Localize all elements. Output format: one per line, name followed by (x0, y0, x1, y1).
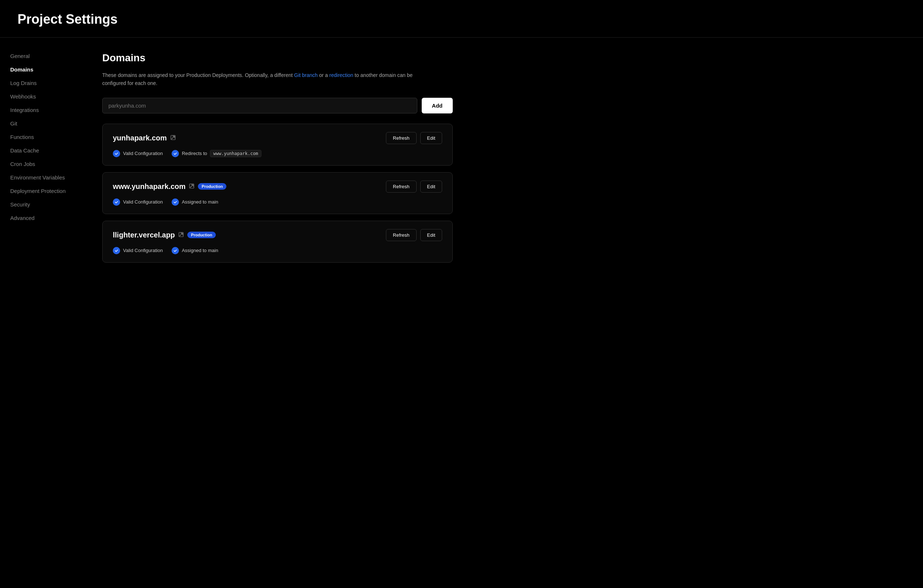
redirection-link[interactable]: redirection (329, 72, 353, 78)
status-label-1-1: Valid Configuration (123, 151, 163, 156)
external-link-icon[interactable] (189, 183, 194, 190)
edit-button-3[interactable]: Edit (420, 229, 442, 241)
domains-section-title: Domains (102, 52, 901, 64)
check-icon (113, 150, 120, 157)
edit-button-1[interactable]: Edit (420, 132, 442, 144)
status-item-2-1: Valid Configuration (113, 198, 163, 206)
domain-cards-container: yunhapark.comRefreshEditValid Configurat… (102, 124, 901, 263)
status-label-2-1: Valid Configuration (123, 199, 163, 205)
check-icon (172, 247, 179, 254)
refresh-button-2[interactable]: Refresh (386, 180, 417, 193)
domain-card-1: yunhapark.comRefreshEditValid Configurat… (102, 124, 453, 165)
domain-name-2: www.yunhapark.com (113, 182, 186, 191)
status-item-2-2: Assigned to main (172, 198, 218, 206)
domain-name-row-1: yunhapark.com (113, 134, 176, 142)
git-branch-link[interactable]: Git branch (294, 72, 318, 78)
sidebar-item-integrations[interactable]: Integrations (9, 103, 72, 117)
redirect-code-1: www.yunhapark.com (210, 150, 261, 157)
domain-card-3: llighter.vercel.appProductionRefreshEdit… (102, 221, 453, 263)
domain-input[interactable] (102, 98, 417, 113)
card-actions-3: RefreshEdit (386, 229, 442, 241)
domain-card-header-2: www.yunhapark.comProductionRefreshEdit (113, 180, 442, 193)
sidebar-item-deployment-protection[interactable]: Deployment Protection (9, 184, 72, 198)
domain-status-row-1: Valid ConfigurationRedirects towww.yunha… (113, 150, 442, 157)
domain-card-2: www.yunhapark.comProductionRefreshEditVa… (102, 172, 453, 214)
external-link-icon[interactable] (179, 232, 184, 238)
sidebar-item-webhooks[interactable]: Webhooks (9, 90, 72, 103)
layout: GeneralDomainsLog DrainsWebhooksIntegrat… (0, 38, 923, 587)
sidebar-item-git[interactable]: Git (9, 117, 72, 130)
sidebar-item-cron-jobs[interactable]: Cron Jobs (9, 157, 72, 171)
refresh-button-3[interactable]: Refresh (386, 229, 417, 241)
desc-part2: or a (319, 72, 329, 78)
check-icon (113, 247, 120, 254)
check-icon (172, 150, 179, 157)
domain-name-3: llighter.vercel.app (113, 231, 175, 239)
status-item-3-1: Valid Configuration (113, 247, 163, 254)
sidebar-item-advanced[interactable]: Advanced (9, 211, 72, 225)
card-actions-1: RefreshEdit (386, 132, 442, 144)
add-domain-row: Add (102, 98, 453, 113)
domain-name-1: yunhapark.com (113, 134, 167, 142)
status-label-2-2: Assigned to main (182, 199, 218, 205)
sidebar: GeneralDomainsLog DrainsWebhooksIntegrat… (0, 38, 80, 587)
status-item-1-1: Valid Configuration (113, 150, 163, 157)
domain-status-row-3: Valid ConfigurationAssigned to main (113, 247, 442, 254)
desc-part1: These domains are assigned to your Produ… (102, 72, 294, 78)
sidebar-item-general[interactable]: General (9, 49, 72, 63)
status-label-1-2: Redirects to (182, 151, 207, 156)
domain-status-row-2: Valid ConfigurationAssigned to main (113, 198, 442, 206)
status-item-1-2: Redirects towww.yunhapark.com (172, 150, 261, 157)
sidebar-item-functions[interactable]: Functions (9, 130, 72, 144)
domain-card-header-3: llighter.vercel.appProductionRefreshEdit (113, 229, 442, 241)
production-badge-3: Production (187, 232, 216, 238)
refresh-button-1[interactable]: Refresh (386, 132, 417, 144)
domain-name-row-2: www.yunhapark.comProduction (113, 182, 227, 191)
domain-name-row-3: llighter.vercel.appProduction (113, 231, 216, 239)
status-label-3-1: Valid Configuration (123, 248, 163, 253)
production-badge-2: Production (198, 183, 227, 190)
external-link-icon[interactable] (171, 135, 176, 141)
status-item-3-2: Assigned to main (172, 247, 218, 254)
sidebar-item-env-vars[interactable]: Environment Variables (9, 171, 72, 184)
card-actions-2: RefreshEdit (386, 180, 442, 193)
page-header: Project Settings (0, 0, 923, 38)
sidebar-item-log-drains[interactable]: Log Drains (9, 76, 72, 90)
domain-card-header-1: yunhapark.comRefreshEdit (113, 132, 442, 144)
sidebar-item-domains[interactable]: Domains (9, 63, 72, 76)
check-icon (113, 198, 120, 206)
domains-description: These domains are assigned to your Produ… (102, 71, 431, 88)
status-label-3-2: Assigned to main (182, 248, 218, 253)
edit-button-2[interactable]: Edit (420, 180, 442, 193)
sidebar-item-security[interactable]: Security (9, 198, 72, 211)
sidebar-item-data-cache[interactable]: Data Cache (9, 144, 72, 157)
page-title: Project Settings (18, 11, 905, 27)
check-icon (172, 198, 179, 206)
add-domain-button[interactable]: Add (422, 98, 453, 113)
main-content: Domains These domains are assigned to yo… (80, 38, 923, 587)
